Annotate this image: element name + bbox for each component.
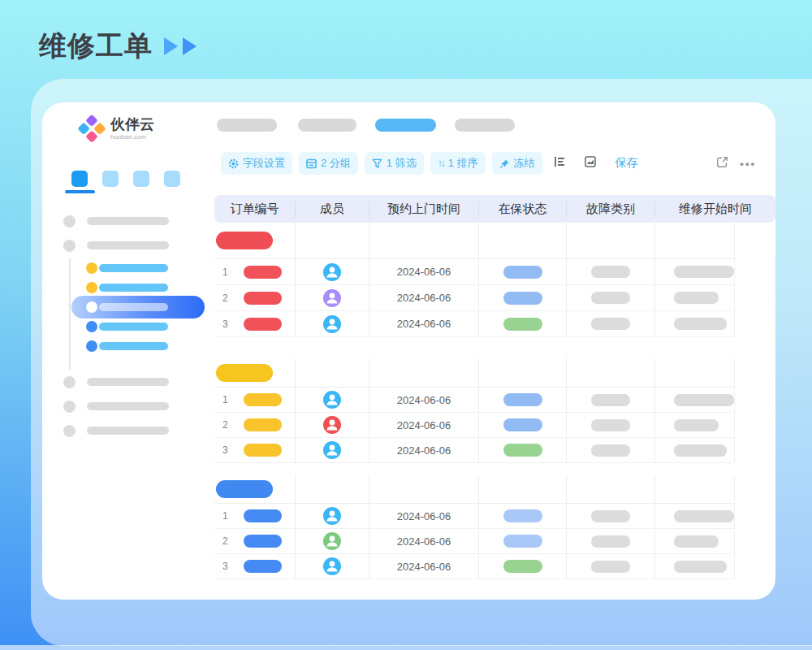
column-header-appointment[interactable]: 预约上门时间 xyxy=(369,201,479,217)
filter-button[interactable]: 1 筛选 xyxy=(365,152,424,175)
sidebar-item-bullet xyxy=(63,425,76,437)
group-gap xyxy=(214,337,775,358)
group-header-row xyxy=(214,474,735,504)
row-number: 2 xyxy=(214,292,237,304)
repair-start-pill xyxy=(674,561,727,573)
column-header-repair-start[interactable]: 维修开始时间 xyxy=(655,201,775,217)
column-header-fault-type[interactable]: 故障类别 xyxy=(567,201,655,217)
save-button[interactable]: 保存 xyxy=(615,156,638,171)
repair-start-pill xyxy=(674,394,734,406)
page-header: 维修工单 xyxy=(39,28,197,65)
table-row[interactable]: 2 2024-06-06 xyxy=(214,529,735,554)
sidebar-item[interactable] xyxy=(87,378,169,386)
row-number: 3 xyxy=(214,561,237,572)
member-avatar xyxy=(323,315,341,333)
table-row[interactable]: 1 2024-06-06 xyxy=(214,388,735,413)
repair-start-pill xyxy=(674,419,719,431)
table-row[interactable]: 3 2024-06-06 xyxy=(214,311,735,337)
workspace-tab-active[interactable] xyxy=(71,171,88,187)
gear-icon xyxy=(228,158,239,169)
page-title: 维修工单 xyxy=(39,28,153,65)
group-header-row xyxy=(214,358,735,388)
table-row[interactable]: 2 2024-06-06 xyxy=(214,285,735,311)
table-row[interactable]: 3 2024-06-06 xyxy=(214,554,735,579)
sort-icon: ↑↓ xyxy=(438,158,444,169)
repair-start-pill xyxy=(674,266,734,278)
sidebar-item[interactable] xyxy=(87,402,169,410)
appointment-date: 2024-06-06 xyxy=(397,535,451,548)
fault-type-pill xyxy=(591,510,630,522)
tree-item-bullet xyxy=(86,340,97,352)
sort-button[interactable]: ↑↓ 1 排序 xyxy=(430,152,486,175)
tree-item[interactable] xyxy=(99,323,168,331)
fault-type-pill xyxy=(591,535,630,548)
group-icon xyxy=(306,158,317,169)
repair-start-pill xyxy=(674,318,727,330)
row-height-icon[interactable] xyxy=(554,156,565,171)
sidebar-item-bullet xyxy=(63,376,76,388)
view-tab[interactable] xyxy=(217,119,277,132)
play-icon xyxy=(183,37,197,55)
brand-domain: huoban.com xyxy=(110,134,154,141)
warranty-status-pill xyxy=(503,535,542,548)
table-row[interactable]: 3 2024-06-06 xyxy=(214,438,735,463)
workspace-tab[interactable] xyxy=(133,171,149,187)
workspace-tab[interactable] xyxy=(164,171,180,187)
tree-item[interactable] xyxy=(99,284,168,292)
order-pill xyxy=(244,560,282,573)
view-tab[interactable] xyxy=(455,119,515,132)
fault-type-pill xyxy=(591,444,630,457)
table-header: 订单编号 成员 预约上门时间 在保状态 故障类别 维修开始时间 xyxy=(214,195,775,223)
member-avatar xyxy=(323,289,341,307)
table-row[interactable]: 1 2024-06-06 xyxy=(214,504,735,529)
sidebar-item[interactable] xyxy=(87,427,169,435)
more-options-icon[interactable]: ••• xyxy=(740,158,756,169)
sidebar-item[interactable] xyxy=(87,217,169,225)
field-settings-label: 字段设置 xyxy=(243,156,285,171)
chart-icon[interactable] xyxy=(585,156,596,171)
brand-logo: 伙伴云 huoban.com xyxy=(81,117,154,141)
fault-type-pill xyxy=(591,419,630,431)
bottom-sheet-edge xyxy=(0,645,812,650)
table-row[interactable]: 2 2024-06-06 xyxy=(214,413,735,438)
sidebar-item-bullet xyxy=(63,240,76,252)
tree-item[interactable] xyxy=(99,342,168,350)
column-header-warranty[interactable]: 在保状态 xyxy=(479,201,567,217)
group-header-row xyxy=(214,223,735,259)
workspace-tab[interactable] xyxy=(102,171,119,187)
brand-logo-icon xyxy=(77,114,107,144)
freeze-label: 冻结 xyxy=(514,156,535,171)
share-icon[interactable] xyxy=(716,156,728,171)
group-label-pill xyxy=(216,364,273,382)
fault-type-pill xyxy=(591,266,630,278)
row-number: 2 xyxy=(214,419,237,431)
app-window: 伙伴云 huoban.com xyxy=(42,102,775,600)
freeze-button[interactable]: 冻结 xyxy=(492,152,542,175)
member-avatar xyxy=(323,416,341,434)
appointment-date: 2024-06-06 xyxy=(397,510,451,522)
fault-type-pill xyxy=(591,318,630,330)
appointment-date: 2024-06-06 xyxy=(397,318,451,330)
sidebar-item-bullet xyxy=(63,215,76,228)
field-settings-button[interactable]: 字段设置 xyxy=(221,152,292,175)
row-number: 1 xyxy=(214,510,237,522)
member-avatar xyxy=(323,507,341,525)
row-number: 3 xyxy=(214,444,237,456)
table-row[interactable]: 1 2024-06-06 xyxy=(214,259,735,285)
group-label-pill xyxy=(216,232,273,249)
group-button[interactable]: 2 分组 xyxy=(299,152,358,175)
order-pill xyxy=(244,318,282,331)
row-number: 2 xyxy=(214,535,237,547)
tree-item[interactable] xyxy=(99,264,168,272)
repair-start-pill xyxy=(674,444,727,457)
order-pill xyxy=(244,418,282,431)
column-header-order-no[interactable]: 订单编号 xyxy=(214,201,296,217)
view-tab-active[interactable] xyxy=(375,119,436,132)
warranty-status-pill xyxy=(503,444,542,457)
repair-start-pill xyxy=(674,535,719,548)
view-tab[interactable] xyxy=(298,119,356,132)
sidebar-item[interactable] xyxy=(87,241,169,249)
fault-type-pill xyxy=(591,292,630,304)
group-gap xyxy=(214,463,775,474)
column-header-member[interactable]: 成员 xyxy=(296,201,369,217)
